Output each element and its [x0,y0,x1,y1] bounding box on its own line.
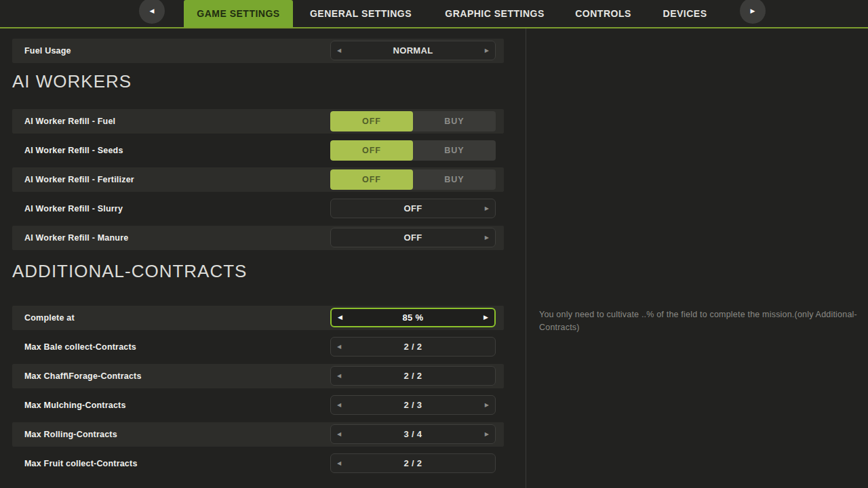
stepper-right-arrow-icon[interactable]: ▶ [485,48,489,54]
tab-graphic-settings[interactable]: GRAPHIC SETTINGS [429,0,561,27]
stepper-value: 2 / 2 [331,458,495,468]
setting-label: Max Rolling-Contracts [24,430,117,439]
stepper-value: OFF [331,203,495,214]
stepper-value: OFF [331,232,495,243]
toggle-option-buy[interactable]: BUY [413,169,496,190]
previous-tab-button[interactable]: ◀ [139,0,165,24]
setting-label: Max Bale collect-Contracts [24,342,136,352]
tab-general-settings[interactable]: GENERAL SETTINGS [293,0,429,27]
settings-main-area: Fuel Usage◀NORMAL▶AI WORKERSAI Worker Re… [0,28,868,488]
setting-row: AI Worker Refill - FuelOFFBUY [12,109,504,134]
setting-label: AI Worker Refill - Seeds [24,146,123,155]
stepper-left-arrow-icon[interactable]: ◀ [337,432,341,437]
section-header-ai-workers: AI WORKERS [12,71,504,92]
stepper-left-arrow-icon[interactable]: ◀ [337,344,341,350]
setting-row: Max Chaff\Forage-Contracts◀2 / 2▶ [12,364,504,388]
setting-row: AI Worker Refill - Slurry◀OFF▶ [12,197,504,221]
setting-help-text: You only need to cultivate ..% of the fi… [539,308,859,335]
stepper-value: 2 / 2 [331,371,495,381]
right-arrow-icon: ▶ [751,7,755,14]
value-stepper[interactable]: ◀OFF▶ [330,228,496,247]
setting-label: Max Fruit collect-Contracts [24,459,138,468]
setting-row: AI Worker Refill - Manure◀OFF▶ [12,226,504,250]
value-stepper[interactable]: ◀2 / 2▶ [330,337,496,357]
toggle-option-off[interactable]: OFF [330,140,413,161]
value-stepper[interactable]: ◀2 / 3▶ [330,395,496,415]
toggle-control: OFFBUY [330,111,496,131]
setting-row: Fuel Usage◀NORMAL▶ [12,39,504,63]
stepper-left-arrow-icon[interactable]: ◀ [337,403,341,408]
setting-row: Max Fruit collect-Contracts◀2 / 2▶ [12,451,504,476]
setting-label: AI Worker Refill - Slurry [24,204,123,214]
left-arrow-icon: ◀ [150,7,155,14]
setting-label: AI Worker Refill - Manure [24,233,128,243]
top-tab-bar: ◀ GAME SETTINGSGENERAL SETTINGSGRAPHIC S… [0,0,868,28]
next-tab-button[interactable]: ▶ [740,0,766,24]
setting-row: Complete at◀85 %▶ [12,306,504,330]
stepper-right-arrow-icon[interactable]: ▶ [484,314,488,321]
tab-strip: GAME SETTINGSGENERAL SETTINGSGRAPHIC SET… [184,0,724,27]
toggle-option-off[interactable]: OFF [330,169,413,190]
section-header-additional-contracts: ADDITIONAL-CONTRACTS [12,261,504,281]
toggle-option-buy[interactable]: BUY [413,140,496,161]
game-settings-screen: ◀ GAME SETTINGSGENERAL SETTINGSGRAPHIC S… [0,0,868,488]
value-stepper[interactable]: ◀NORMAL▶ [330,41,496,60]
setting-label: Max Chaff\Forage-Contracts [24,371,142,381]
setting-label: AI Worker Refill - Fertilizer [24,175,134,184]
stepper-right-arrow-icon[interactable]: ▶ [485,206,489,211]
stepper-left-arrow-icon[interactable]: ◀ [337,48,341,54]
value-stepper[interactable]: ◀2 / 2▶ [330,453,496,473]
toggle-option-off[interactable]: OFF [330,111,413,131]
toggle-control: OFFBUY [330,169,496,190]
value-stepper[interactable]: ◀85 %▶ [330,308,496,327]
toggle-option-buy[interactable]: BUY [413,111,496,131]
setting-label: Complete at [24,313,75,323]
setting-row: Max Mulching-Contracts◀2 / 3▶ [12,393,504,418]
stepper-left-arrow-icon[interactable]: ◀ [338,314,342,321]
setting-row: AI Worker Refill - SeedsOFFBUY [12,138,504,163]
tab-controls[interactable]: CONTROLS [561,0,646,27]
stepper-left-arrow-icon[interactable]: ◀ [337,373,341,379]
setting-label: Fuel Usage [24,46,71,56]
stepper-right-arrow-icon[interactable]: ▶ [485,235,489,241]
stepper-right-arrow-icon[interactable]: ▶ [485,432,489,437]
stepper-value: 85 % [332,312,494,323]
setting-row: Max Rolling-Contracts◀3 / 4▶ [12,422,504,447]
setting-row: AI Worker Refill - FertilizerOFFBUY [12,167,504,192]
stepper-left-arrow-icon[interactable]: ◀ [337,461,341,466]
stepper-value: NORMAL [331,45,495,56]
settings-list: Fuel Usage◀NORMAL▶AI WORKERSAI Worker Re… [12,28,504,481]
value-stepper[interactable]: ◀OFF▶ [330,199,496,218]
stepper-right-arrow-icon[interactable]: ▶ [485,403,489,408]
value-stepper[interactable]: ◀2 / 2▶ [330,366,496,386]
stepper-value: 2 / 2 [331,342,495,352]
tab-devices[interactable]: DEVICES [646,0,724,27]
panel-divider [526,28,526,488]
stepper-value: 2 / 3 [331,400,495,410]
stepper-value: 3 / 4 [331,429,495,439]
toggle-control: OFFBUY [330,140,496,161]
tab-game-settings[interactable]: GAME SETTINGS [184,0,293,27]
setting-row: Max Bale collect-Contracts◀2 / 2▶ [12,335,504,359]
setting-label: Max Mulching-Contracts [24,401,126,410]
value-stepper[interactable]: ◀3 / 4▶ [330,424,496,444]
setting-label: AI Worker Refill - Fuel [24,117,115,126]
